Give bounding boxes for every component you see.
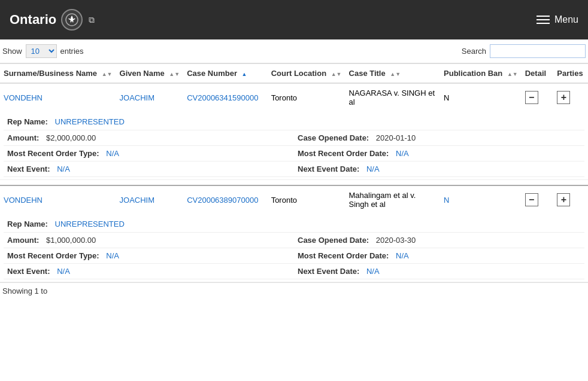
row2-detail-block: Rep Name: UNREPRESENTED Amount: $1,000,0… [4, 216, 584, 279]
external-link-icon[interactable]: ⧉ [89, 15, 95, 25]
row2-next-event-label: Next Event: [7, 267, 50, 276]
row2-parties-button[interactable]: + [557, 193, 570, 206]
ontario-logo: Ontario [10, 9, 83, 31]
row1-order-type-cell: Most Recent Order Type: N/A [4, 146, 294, 161]
row2-case-title: Mahalingam et al v. Singh et al [345, 185, 440, 214]
row1-detail-cell: Rep Name: UNREPRESENTED Amount: $2,000,0… [0, 111, 588, 180]
show-label: Show [2, 47, 22, 56]
search-label: Search [462, 47, 486, 56]
row1-given: JOACHIM [116, 83, 184, 111]
row1-next-event-date-cell: Next Event Date: N/A [294, 161, 584, 177]
header-left: Ontario ⧉ [10, 9, 95, 31]
row2-next-event-date-value: N/A [366, 267, 380, 276]
row1-next-event-cell: Next Event: N/A [4, 161, 294, 177]
row1-case-opened-value: 2020-01-10 [376, 133, 416, 142]
sort-arrows-pub: ▲▼ [507, 71, 518, 77]
hamburger-icon [537, 16, 550, 24]
row1-amount-value: $2,000,000.00 [46, 133, 96, 142]
row2-amount-value: $1,000,000.00 [46, 236, 96, 245]
row2-order-date-cell: Most Recent Order Date: N/A [294, 248, 584, 264]
table-row-2: VONDEHN JOACHIM CV20006389070000 Toronto… [0, 185, 588, 214]
app-header: Ontario ⧉ Menu [0, 0, 588, 39]
row2-rep-label: Rep Name: [7, 220, 48, 228]
row2-order-type-label: Most Recent Order Type: [7, 251, 99, 260]
sort-arrows-title: ▲▼ [390, 71, 401, 77]
col-header-case-number[interactable]: Case Number ▲ [183, 64, 268, 84]
row1-order-type-value: N/A [106, 149, 119, 158]
menu-button[interactable]: Menu [537, 14, 578, 25]
col-detail-label: Detail [525, 69, 546, 78]
row2-parties-btn: + [553, 185, 588, 214]
row1-case-title: NAGARASA v. SINGH et al [345, 83, 440, 111]
entries-select[interactable]: 10 25 50 100 [26, 44, 57, 58]
col-pub-label: Publication Ban [444, 69, 502, 78]
row2-collapse-button[interactable]: − [525, 193, 538, 206]
row1-case-opened-cell: Case Opened Date: 2020-01-10 [294, 130, 584, 146]
row1-detail-btn: − [522, 83, 554, 111]
row2-pub-ban-link[interactable]: N [444, 196, 449, 205]
row2-surname-link[interactable]: VONDEHN [4, 196, 43, 205]
col-header-given[interactable]: Given Name ▲▼ [116, 64, 184, 84]
row1-detail-block: Rep Name: UNREPRESENTED Amount: $2,000,0… [4, 114, 584, 177]
row2-order-type-cell: Most Recent Order Type: N/A [4, 248, 294, 264]
row2-case-opened-value: 2020-03-30 [376, 236, 416, 245]
row1-parties-button[interactable]: + [557, 91, 570, 104]
row1-amount-label: Amount: [7, 133, 39, 142]
col-title-label: Case Title [349, 69, 386, 78]
show-entries-control: Show 10 25 50 100 entries [2, 44, 84, 58]
table-header-row: Surname/Business Name ▲▼ Given Name ▲▼ C… [0, 64, 588, 84]
col-header-publication-ban[interactable]: Publication Ban ▲▼ [440, 64, 522, 84]
showing-text: Showing 1 to [2, 286, 47, 295]
row2-rep-value: UNREPRESENTED [55, 220, 125, 228]
menu-label: Menu [554, 14, 578, 25]
row2-detail-cell: Rep Name: UNREPRESENTED Amount: $1,000,0… [0, 214, 588, 282]
row1-rep-label: Rep Name: [7, 117, 48, 126]
col-parties-label: Parties [557, 69, 583, 78]
col-header-court-location[interactable]: Court Location ▲▼ [268, 64, 345, 84]
row2-amount-label: Amount: [7, 236, 39, 245]
row2-detail-btn: − [522, 185, 554, 214]
search-area: Search [462, 44, 586, 58]
row2-pub-ban: N [440, 185, 522, 214]
row2-order-date-label: Most Recent Order Date: [298, 251, 389, 260]
footer-bar: Showing 1 to [0, 282, 588, 299]
row2-detail-grid: Amount: $1,000,000.00 Case Opened Date: … [4, 233, 584, 279]
row1-next-event-value: N/A [57, 164, 70, 173]
row1-given-link[interactable]: JOACHIM [120, 93, 155, 102]
col-header-surname[interactable]: Surname/Business Name ▲▼ [0, 64, 116, 84]
row2-rep-row: Rep Name: UNREPRESENTED [4, 216, 584, 233]
table-row-detail-2: Rep Name: UNREPRESENTED Amount: $1,000,0… [0, 214, 588, 282]
sort-arrows-court: ▲▼ [331, 71, 342, 77]
row2-given-link[interactable]: JOACHIM [120, 196, 155, 205]
row1-amount-cell: Amount: $2,000,000.00 [4, 130, 294, 146]
row2-amount-cell: Amount: $1,000,000.00 [4, 233, 294, 248]
row1-rep-value: UNREPRESENTED [55, 117, 125, 126]
row2-case-number-link[interactable]: CV20006389070000 [187, 196, 258, 205]
table-row: VONDEHN JOACHIM CV20006341590000 Toronto… [0, 83, 588, 111]
col-surname-label: Surname/Business Name [4, 69, 97, 78]
row2-case-opened-label: Case Opened Date: [298, 236, 369, 245]
row1-detail-grid: Amount: $2,000,000.00 Case Opened Date: … [4, 130, 584, 177]
controls-bar: Show 10 25 50 100 entries Search [0, 39, 588, 63]
row1-surname: VONDEHN [0, 83, 116, 111]
row1-next-event-date-label: Next Event Date: [298, 164, 359, 173]
sort-arrows-case: ▲ [242, 71, 247, 77]
row2-next-event-date-label: Next Event Date: [298, 267, 359, 276]
row1-collapse-button[interactable]: − [525, 91, 538, 104]
row1-surname-link[interactable]: VONDEHN [4, 93, 43, 102]
row2-case-number: CV20006389070000 [183, 185, 268, 214]
row2-next-event-date-cell: Next Event Date: N/A [294, 264, 584, 279]
search-input[interactable] [490, 44, 586, 58]
spacer-row-1 [0, 180, 588, 186]
row1-rep-row: Rep Name: UNREPRESENTED [4, 114, 584, 130]
row2-given: JOACHIM [116, 185, 184, 214]
col-case-label: Case Number [187, 69, 237, 78]
row2-surname: VONDEHN [0, 185, 116, 214]
row2-next-event-value: N/A [57, 267, 70, 276]
row1-case-number-link[interactable]: CV20006341590000 [187, 93, 258, 102]
col-header-case-title[interactable]: Case Title ▲▼ [345, 64, 440, 84]
table-row-detail-1: Rep Name: UNREPRESENTED Amount: $2,000,0… [0, 111, 588, 180]
row2-court-location: Toronto [268, 185, 345, 214]
row1-order-type-label: Most Recent Order Type: [7, 149, 99, 158]
logo-text: Ontario [10, 12, 56, 28]
